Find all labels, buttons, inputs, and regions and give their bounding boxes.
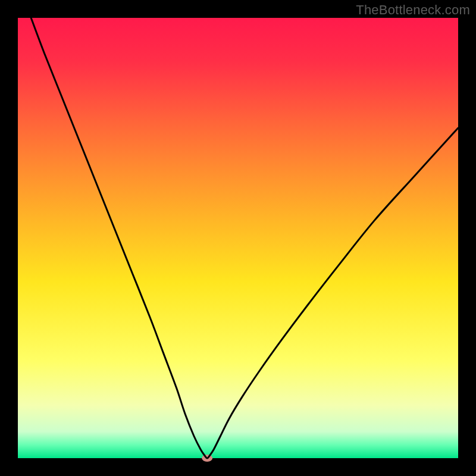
chart-frame: TheBottleneck.com <box>0 0 476 476</box>
watermark-text: TheBottleneck.com <box>356 2 470 18</box>
bottleneck-chart <box>0 0 476 476</box>
plot-background <box>18 18 458 458</box>
